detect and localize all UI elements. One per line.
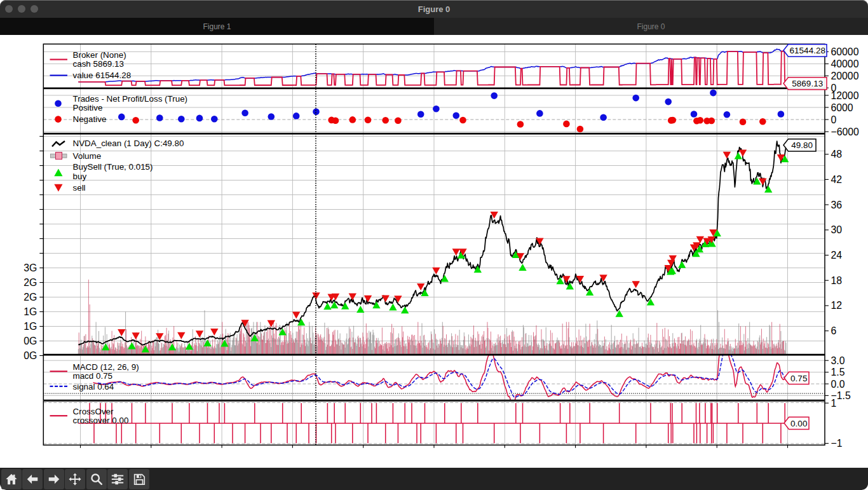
svg-text:Positive: Positive	[73, 103, 103, 112]
svg-text:12000: 12000	[831, 90, 859, 101]
svg-text:49.80: 49.80	[791, 140, 813, 150]
svg-text:1.5: 1.5	[831, 367, 845, 378]
svg-text:Volume: Volume	[73, 151, 102, 161]
svg-text:0G: 0G	[24, 336, 37, 346]
svg-text:48: 48	[831, 149, 843, 160]
svg-text:18: 18	[831, 275, 843, 286]
svg-text:40000: 40000	[831, 58, 859, 69]
svg-text:BuySell (True, 0.015): BuySell (True, 0.015)	[73, 162, 153, 172]
svg-text:macd 0.75: macd 0.75	[73, 371, 113, 381]
svg-text:CrossOver: CrossOver	[73, 407, 114, 416]
svg-text:2G: 2G	[24, 292, 37, 303]
svg-text:cash 5869.13: cash 5869.13	[73, 59, 124, 69]
svg-text:0.0: 0.0	[831, 379, 845, 390]
svg-text:0G: 0G	[24, 350, 37, 361]
svg-text:1: 1	[831, 398, 837, 409]
svg-text:−1: −1	[831, 438, 843, 449]
svg-text:12: 12	[831, 300, 843, 311]
svg-text:Broker (None): Broker (None)	[73, 50, 126, 60]
svg-text:5869.13: 5869.13	[792, 79, 823, 88]
svg-text:30: 30	[831, 224, 843, 235]
svg-text:42: 42	[831, 174, 843, 185]
svg-text:MACD (12, 26, 9): MACD (12, 26, 9)	[73, 362, 139, 372]
svg-text:0: 0	[831, 114, 837, 125]
svg-text:36: 36	[831, 200, 843, 210]
svg-text:1G: 1G	[24, 321, 37, 332]
svg-text:value 61544.28: value 61544.28	[73, 71, 132, 80]
svg-text:buy: buy	[73, 172, 87, 181]
svg-text:sell: sell	[73, 183, 86, 193]
svg-text:crossover 0.00: crossover 0.00	[73, 416, 129, 425]
svg-text:−6000: −6000	[831, 126, 860, 137]
svg-text:0.00: 0.00	[790, 419, 807, 428]
svg-text:20000: 20000	[831, 71, 859, 81]
svg-text:Trades - Net Profit/Loss (True: Trades - Net Profit/Loss (True)	[73, 94, 188, 104]
svg-text:3G: 3G	[24, 262, 37, 273]
svg-text:1G: 1G	[24, 306, 37, 317]
svg-text:60000: 60000	[831, 46, 859, 57]
svg-text:6: 6	[831, 325, 837, 336]
svg-text:signal 0.64: signal 0.64	[73, 382, 114, 391]
svg-text:61544.28: 61544.28	[790, 46, 825, 55]
svg-text:3.0: 3.0	[831, 355, 845, 366]
svg-text:6000: 6000	[831, 102, 853, 113]
svg-text:Negative: Negative	[73, 114, 107, 124]
svg-text:24: 24	[831, 250, 843, 261]
svg-text:NVDA_clean (1 Day) C:49.80: NVDA_clean (1 Day) C:49.80	[73, 139, 184, 148]
svg-text:2G: 2G	[24, 277, 37, 288]
svg-text:0.75: 0.75	[790, 374, 807, 383]
